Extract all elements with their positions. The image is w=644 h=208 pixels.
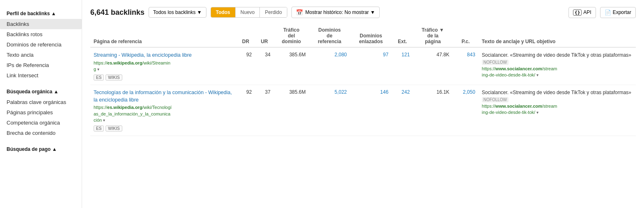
ref-url-1[interactable]: https://es.wikipedia.org/wiki/Streaming … [94, 60, 233, 73]
traffic-page-1: 47.8K [413, 47, 453, 85]
filter-group: Todos Nuevo Perdido [211, 7, 287, 18]
tag-wikis-1: WIKIS [105, 74, 122, 81]
anchor-url-prefix-2: https:// [482, 104, 495, 109]
export-icon: 📄 [605, 9, 611, 16]
main-content: 6,641 backlinks Todos los backlinks ▼ To… [82, 0, 644, 208]
ur-1: 34 [255, 47, 274, 85]
dr-1: 92 [236, 47, 255, 85]
ref-url-prefix-1: https:// [94, 60, 107, 65]
filter-type-label: Todos los backlinks ▼ [153, 9, 202, 15]
traffic-domain-1: 385.6M [274, 47, 309, 85]
table-row: Streaming - Wikipedia, la enciclopedia l… [90, 47, 636, 85]
toolbar: 6,641 backlinks Todos los backlinks ▼ To… [90, 7, 636, 18]
api-label: API [583, 9, 591, 15]
sidebar-item-brecha[interactable]: Brecha de contenido [0, 128, 82, 138]
calendar-icon: 📅 [296, 9, 303, 16]
anchor-cell-1: Socialancer. «Streaming de video desde T… [479, 47, 636, 85]
sidebar-item-link-intersect[interactable]: Link Intersect [0, 70, 82, 81]
sidebar-item-dominios-referencia[interactable]: Dominios de referencia [0, 39, 82, 50]
ur-2: 37 [255, 85, 274, 136]
ref-domains-1: 2,080 [309, 47, 350, 85]
filter-perdido[interactable]: Perdido [260, 7, 286, 17]
ext-1: 121 [392, 47, 413, 85]
linked-domains-2: 146 [350, 85, 392, 136]
col-ref-domains[interactable]: Dominiosdereferencia [309, 25, 350, 47]
historic-label: Mostrar histórico: No mostrar ▼ [305, 9, 375, 15]
ref-url-prefix-2: https:// [94, 105, 107, 110]
filter-type-dropdown[interactable]: Todos los backlinks ▼ [149, 7, 206, 18]
anchor-url-1[interactable]: https://www.socialancer.com/streaming-de… [482, 66, 633, 79]
filter-todos[interactable]: Todos [211, 7, 236, 17]
sidebar-item-competencia[interactable]: Competencia orgánica [0, 118, 82, 128]
anchor-url-domain-1: www.socialancer.com [495, 66, 542, 71]
ref-url-2[interactable]: https://es.wikipedia.org/wiki/Tecnología… [94, 104, 233, 123]
ref-domains-2: 5,022 [309, 85, 350, 136]
nofollow-badge-1: NOFOLLOW [482, 60, 509, 65]
sidebar-item-palabras-clave[interactable]: Palabras clave orgánicas [0, 97, 82, 107]
col-ur[interactable]: UR [255, 25, 274, 47]
ref-url-chevron-2[interactable]: ▾ [103, 118, 105, 123]
anchor-url-2[interactable]: https://www.socialancer.com/streaming-de… [482, 103, 633, 116]
api-icon: {} [573, 9, 582, 16]
anchor-title-1: Socialancer. «Streaming de video desde T… [482, 52, 633, 59]
anchor-url-prefix-1: https:// [482, 66, 495, 71]
pc-2: 2,050 [453, 85, 479, 136]
pc-1: 843 [453, 47, 479, 85]
ref-tags-1: ES WIKIS [94, 74, 233, 81]
sidebar-section-backlinks: Perfil de backlinks ▲ [0, 7, 82, 19]
export-label: Exportar [613, 9, 631, 15]
col-anchor: Texto de anclaje y URL objetivo [479, 25, 636, 47]
sidebar-item-ips-referencia[interactable]: IPs de Referencia [0, 60, 82, 70]
ref-page-cell-1: Streaming - Wikipedia, la enciclopedia l… [90, 47, 236, 85]
ref-title-1[interactable]: Streaming - Wikipedia, la enciclopedia l… [94, 52, 233, 59]
ext-2: 242 [392, 85, 413, 136]
ref-title-2[interactable]: Tecnologías de la información y la comun… [94, 89, 233, 104]
col-ref-page: Página de referencia [90, 25, 236, 47]
col-dr[interactable]: DR [236, 25, 255, 47]
sidebar-item-backlinks-rotos[interactable]: Backlinks rotos [0, 29, 82, 39]
filter-nuevo[interactable]: Nuevo [236, 7, 260, 17]
anchor-title-2: Socialancer. «Streaming de video desde T… [482, 89, 633, 96]
ref-url-domain-1: es.wikipedia.org [107, 60, 142, 65]
traffic-domain-2: 385.6M [274, 85, 309, 136]
historic-dropdown[interactable]: 📅 Mostrar histórico: No mostrar ▼ [291, 7, 380, 18]
api-button[interactable]: {} API [568, 7, 596, 18]
sidebar-item-paginas-principales[interactable]: Páginas principales [0, 107, 82, 118]
sidebar-section-organica: Búsqueda orgánica ▲ [0, 85, 82, 97]
col-pc[interactable]: P.c. [453, 25, 479, 47]
ref-tags-2: ES WIKIS [94, 125, 233, 132]
backlinks-table: Página de referencia DR UR Tráficodeldom… [90, 25, 636, 136]
sidebar: Perfil de backlinks ▲ Backlinks Backlink… [0, 0, 82, 208]
traffic-page-2: 16.1K [413, 85, 453, 136]
col-linked-domains[interactable]: Dominiosenlazados [350, 25, 392, 47]
col-traffic-page[interactable]: Tráfico ▼de lapágina [413, 25, 453, 47]
anchor-cell-2: Socialancer. «Streaming de video desde T… [479, 85, 636, 136]
linked-domains-1: 97 [350, 47, 392, 85]
col-traffic-domain[interactable]: Tráficodeldominio [274, 25, 309, 47]
backlinks-count: 6,641 backlinks [90, 8, 144, 17]
dr-2: 92 [236, 85, 255, 136]
ref-url-domain-2: es.wikipedia.org [107, 105, 142, 110]
export-button[interactable]: 📄 Exportar [600, 7, 636, 18]
sidebar-section-pago: Búsqueda de pago ▲ [0, 142, 82, 155]
nofollow-badge-2: NOFOLLOW [482, 97, 509, 102]
anchor-url-chevron-2[interactable]: ▾ [536, 110, 539, 116]
anchor-url-domain-2: www.socialancer.com [495, 104, 542, 109]
anchor-url-chevron-1[interactable]: ▾ [536, 72, 539, 78]
sidebar-item-texto-ancla[interactable]: Texto ancla [0, 50, 82, 60]
tag-wikis-2: WIKIS [105, 125, 122, 132]
tag-es-1: ES [94, 74, 104, 81]
ref-url-chevron-1[interactable]: ▾ [97, 67, 99, 72]
col-ext[interactable]: Ext. [392, 25, 413, 47]
ref-page-cell-2: Tecnologías de la información y la comun… [90, 85, 236, 136]
table-row: Tecnologías de la información y la comun… [90, 85, 636, 136]
tag-es-2: ES [94, 125, 104, 132]
sidebar-item-backlinks[interactable]: Backlinks [0, 19, 82, 29]
